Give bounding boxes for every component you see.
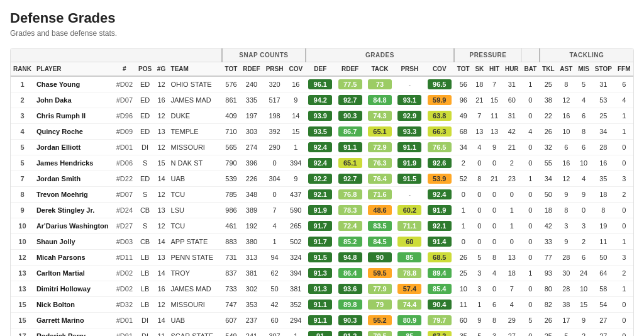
col-pos: POS: [136, 62, 155, 77]
col-tack: TACK: [365, 62, 394, 77]
page-title: Defense Grades: [10, 10, 634, 26]
col-prsh: PRSH: [263, 62, 286, 77]
col-grades-rdef: RDEF: [335, 62, 365, 77]
table-row: 10Shaun Jolly#D03CB14APP STATE8833801502…: [11, 234, 633, 250]
table-row: 13Dimitri Holloway#D02LB16JAMES MAD73330…: [11, 281, 633, 297]
page-container: Defense Grades Grades and base defense s…: [0, 0, 644, 336]
table-row: 4Quincy Roche#D09ED13TEMPLE7103033921593…: [11, 124, 633, 140]
col-ast: AST: [557, 62, 575, 77]
col-player: PLAYER: [34, 62, 113, 77]
table-row: 17Roderick Perry#D91DI11SCAR STATE549241…: [11, 328, 633, 337]
table-row: 7Jordan Smith#D22ED14UAB539226304992.292…: [11, 171, 633, 187]
page-subtitle: Grades and base defense stats.: [10, 29, 634, 38]
table-row: 10Ar'Darius Washington#D27S12TCU46119242…: [11, 218, 633, 234]
group-grades: GRADES: [306, 48, 455, 62]
table-body: 1Chase Young#D02ED12OHIO STATE5762403201…: [11, 76, 633, 336]
col-num: #: [113, 62, 135, 77]
col-p-tot: TOT: [454, 62, 472, 77]
table-container: SNAP COUNTS GRADES PRESSURE TACKLING RAN…: [10, 48, 634, 336]
col-tot: TOT: [222, 62, 240, 77]
grades-table: SNAP COUNTS GRADES PRESSURE TACKLING RAN…: [11, 48, 633, 336]
col-grades-cov: COV: [425, 62, 454, 77]
col-ffm: FFM: [614, 62, 633, 77]
table-row: 8Trevon Moehrig#D07S12TCU785348043792.17…: [11, 187, 633, 203]
col-g: #G: [155, 62, 169, 77]
col-grades-prsh: PRSH: [395, 62, 425, 77]
table-row: 1Chase Young#D02ED12OHIO STATE5762403201…: [11, 76, 633, 92]
col-header-row: RANK PLAYER # POS #G TEAM TOT RDEF PRSH …: [11, 62, 633, 77]
col-stop: STOP: [592, 62, 614, 77]
col-hit: HIT: [487, 62, 502, 77]
col-mis: MIS: [575, 62, 592, 77]
group-tackling: TACKLING: [540, 48, 633, 62]
table-row: 5James Hendricks#D06S15N DAK ST790396039…: [11, 155, 633, 171]
group-header-row: SNAP COUNTS GRADES PRESSURE TACKLING: [11, 48, 633, 62]
col-cov: COV: [286, 62, 306, 77]
col-team: TEAM: [169, 62, 223, 77]
group-pressure: PRESSURE: [454, 48, 521, 62]
group-bat: [521, 48, 540, 62]
table-row: 3Chris Rumph II#D96ED12DUKE4091971981493…: [11, 108, 633, 124]
group-snap-counts: SNAP COUNTS: [222, 48, 305, 62]
col-hur: HUR: [502, 62, 521, 77]
col-bat: BAT: [521, 62, 540, 77]
table-row: 15Garrett Marino#D01DI14UAB6072376029491…: [11, 313, 633, 328]
table-row: 12Micah Parsons#D11LB13PENN STATE7313139…: [11, 250, 633, 266]
col-rdef: RDEF: [240, 62, 263, 77]
table-row: 5Jordan Elliott#D01DI12MISSOURI565274290…: [11, 140, 633, 155]
table-row: 9Derek Stingley Jr.#D24CB13LSU9863897590…: [11, 203, 633, 218]
col-def: DEF: [306, 62, 335, 77]
table-row: 15Nick Bolton#D32LB12MISSOURI74735342352…: [11, 297, 633, 313]
col-rank: RANK: [11, 62, 34, 77]
table-row: 13Carlton Martial#D02LB14TROY83738162394…: [11, 266, 633, 281]
group-empty: [11, 48, 222, 62]
col-tkl: TKL: [540, 62, 557, 77]
col-sk: SK: [472, 62, 487, 77]
table-row: 2John Daka#D07ED16JAMES MAD861335517994.…: [11, 92, 633, 108]
